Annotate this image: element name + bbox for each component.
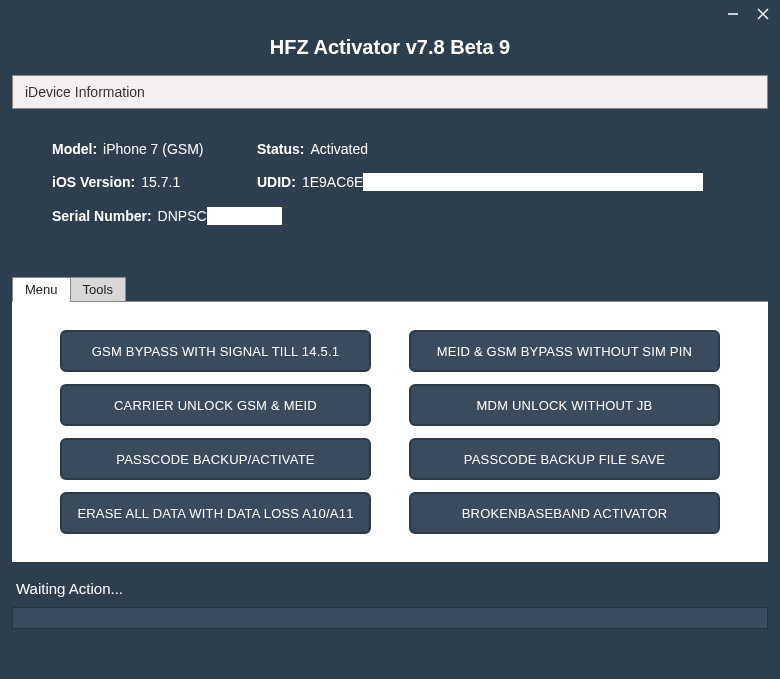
device-info-panel: Model: iPhone 7 (GSM) Status: Activated … (12, 109, 768, 259)
udid-value: 1E9AC6E (302, 174, 363, 190)
passcode-backup-save-button[interactable]: PASSCODE BACKUP FILE SAVE (409, 438, 720, 480)
serial-value: DNPSC (158, 208, 207, 224)
tab-panel-menu: GSM BYPASS WITH SIGNAL TILL 14.5.1 MEID … (12, 301, 768, 562)
carrier-unlock-button[interactable]: CARRIER UNLOCK GSM & MEID (60, 384, 371, 426)
status-text: Waiting Action... (12, 562, 768, 607)
close-icon (757, 8, 769, 20)
status-label: Status: (257, 141, 304, 157)
meid-gsm-bypass-button[interactable]: MEID & GSM BYPASS WITHOUT SIM PIN (409, 330, 720, 372)
brokenbaseband-button[interactable]: BROKENBASEBAND ACTIVATOR (409, 492, 720, 534)
serial-field: Serial Number: DNPSC (52, 207, 282, 225)
close-button[interactable] (756, 7, 770, 21)
udid-field: UDID: 1E9AC6E (257, 173, 703, 191)
status-field: Status: Activated (257, 141, 368, 157)
serial-redaction (207, 207, 282, 225)
model-field: Model: iPhone 7 (GSM) (52, 141, 257, 157)
ios-value: 15.7.1 (141, 174, 180, 190)
ios-field: iOS Version: 15.7.1 (52, 173, 257, 191)
tab-menu[interactable]: Menu (12, 277, 71, 302)
mdm-unlock-button[interactable]: MDM UNLOCK WITHOUT JB (409, 384, 720, 426)
minimize-icon (727, 8, 739, 20)
progress-bar (12, 607, 768, 629)
info-panel-header: iDevice Information (12, 75, 768, 109)
app-title: HFZ Activator v7.8 Beta 9 (0, 28, 780, 75)
gsm-bypass-signal-button[interactable]: GSM BYPASS WITH SIGNAL TILL 14.5.1 (60, 330, 371, 372)
tabs-container: Menu Tools GSM BYPASS WITH SIGNAL TILL 1… (12, 277, 768, 562)
minimize-button[interactable] (726, 7, 740, 21)
tab-tools[interactable]: Tools (70, 277, 126, 302)
serial-label: Serial Number: (52, 208, 152, 224)
ios-label: iOS Version: (52, 174, 135, 190)
model-value: iPhone 7 (GSM) (103, 141, 203, 157)
erase-all-data-button[interactable]: ERASE ALL DATA WITH DATA LOSS A10/A11 (60, 492, 371, 534)
passcode-backup-activate-button[interactable]: PASSCODE BACKUP/ACTIVATE (60, 438, 371, 480)
status-value: Activated (310, 141, 368, 157)
model-label: Model: (52, 141, 97, 157)
titlebar (0, 0, 780, 28)
udid-label: UDID: (257, 174, 296, 190)
udid-redaction (363, 173, 703, 191)
